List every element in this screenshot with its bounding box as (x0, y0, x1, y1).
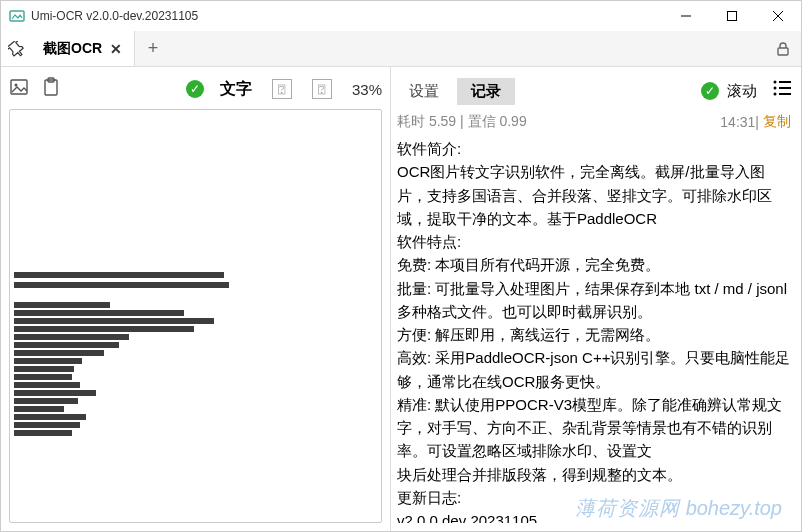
tab-records[interactable]: 记录 (457, 78, 515, 105)
right-panel: 设置 记录 ✓ 滚动 耗时 5.59 | 置信 0.99 14:31 | 复制 … (391, 67, 801, 531)
detected-text-box (14, 342, 119, 348)
detected-text-box (14, 390, 96, 396)
detected-text-box (14, 350, 104, 356)
maximize-button[interactable] (709, 1, 755, 31)
tab-settings[interactable]: 设置 (395, 78, 453, 105)
ocr-output-text[interactable]: 软件简介:OCR图片转文字识别软件，完全离线。截屏/批量导入图片，支持多国语言、… (395, 135, 793, 523)
detected-text-box (14, 422, 80, 428)
meta-stats: 耗时 5.59 | 置信 0.99 (397, 113, 527, 131)
tab-screenshot-ocr[interactable]: 截图OCR ✕ (31, 31, 135, 66)
check-icon: ✓ (186, 80, 204, 98)
detected-text-box (14, 430, 72, 436)
detected-text-box (14, 326, 194, 332)
detected-text-box (14, 358, 82, 364)
new-tab-button[interactable]: + (135, 31, 171, 66)
detected-text-box (14, 318, 214, 324)
detected-text-box (14, 406, 64, 412)
meta-time: 14:31 (720, 114, 755, 130)
tab-close-button[interactable]: ✕ (110, 41, 122, 57)
svg-rect-5 (778, 48, 788, 55)
detected-text-box (14, 366, 74, 372)
svg-point-7 (15, 83, 18, 86)
detected-text-box (14, 310, 184, 316)
image-preview[interactable] (9, 109, 382, 523)
svg-rect-2 (728, 12, 737, 21)
lock-button[interactable] (765, 31, 801, 66)
main-area: ✓ 文字 ⍰ ⍰ 33% 设置 记录 ✓ 滚动 耗时 5.59 | 置信 0.9… (1, 67, 801, 531)
svg-point-14 (774, 93, 777, 96)
left-panel: ✓ 文字 ⍰ ⍰ 33% (1, 67, 391, 531)
title-bar: Umi-OCR v2.0.0-dev.20231105 (1, 1, 801, 31)
detected-text-box (14, 282, 229, 288)
svg-rect-0 (10, 11, 24, 21)
tab-label: 截图OCR (43, 40, 102, 58)
detected-text-box (14, 272, 224, 278)
detected-text-box (14, 302, 110, 308)
left-toolbar: ✓ 文字 ⍰ ⍰ 33% (9, 73, 382, 105)
detected-text-box (14, 414, 86, 420)
detected-text-box (14, 382, 80, 388)
copy-button[interactable]: 复制 (763, 113, 791, 131)
close-button[interactable] (755, 1, 801, 31)
app-window: Umi-OCR v2.0.0-dev.20231105 截图OCR ✕ + (0, 0, 802, 532)
missing-glyph-icon[interactable]: ⍰ (272, 79, 292, 99)
watermark: 薄荷资源网 bohezy.top (575, 495, 782, 522)
svg-rect-6 (11, 80, 27, 94)
detected-text-box (14, 398, 78, 404)
window-title: Umi-OCR v2.0.0-dev.20231105 (31, 9, 663, 23)
autoscroll-label[interactable]: 滚动 (727, 82, 757, 101)
menu-icon[interactable] (771, 77, 793, 105)
clipboard-icon[interactable] (41, 77, 61, 102)
pin-button[interactable] (1, 31, 31, 66)
check-icon: ✓ (701, 82, 719, 100)
zoom-percent: 33% (352, 81, 382, 98)
missing-glyph-icon-2[interactable]: ⍰ (312, 79, 332, 99)
minimize-button[interactable] (663, 1, 709, 31)
detected-text-box (14, 334, 129, 340)
result-meta: 耗时 5.59 | 置信 0.99 14:31 | 复制 (395, 109, 793, 135)
detected-text-box (14, 374, 72, 380)
image-icon[interactable] (9, 77, 29, 102)
tab-bar: 截图OCR ✕ + (1, 31, 801, 67)
svg-point-12 (774, 87, 777, 90)
right-toolbar: 设置 记录 ✓ 滚动 (395, 73, 793, 109)
app-icon (9, 8, 25, 24)
text-mode-label[interactable]: 文字 (220, 79, 252, 100)
svg-point-10 (774, 81, 777, 84)
